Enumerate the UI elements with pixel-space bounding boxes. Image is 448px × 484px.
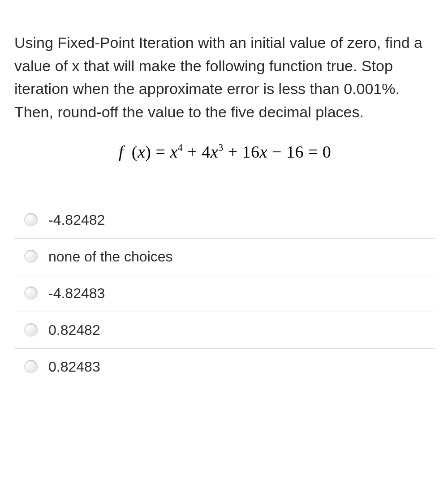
- plus-2: +: [228, 142, 242, 161]
- answer-row[interactable]: 0.82482: [14, 312, 435, 349]
- answer-label: 0.82482: [48, 322, 100, 338]
- radio-icon[interactable]: [24, 287, 38, 300]
- radio-icon[interactable]: [24, 213, 38, 227]
- close-paren: ): [145, 142, 151, 161]
- term2-var: x: [211, 142, 218, 161]
- term2-exp: 3: [218, 142, 224, 153]
- answer-list: -4.82482 none of the choices -4.82483 0.…: [14, 202, 435, 385]
- equation-var: x: [138, 142, 145, 161]
- answer-row[interactable]: 0.82483: [14, 349, 435, 385]
- term1-exp: 4: [178, 142, 183, 153]
- answer-label: -4.82483: [48, 285, 105, 302]
- radio-icon[interactable]: [24, 323, 38, 337]
- term3-var: x: [260, 142, 267, 161]
- plus-1: +: [187, 142, 202, 161]
- term4-const: 16: [286, 142, 304, 161]
- question-text: Using Fixed-Point Iteration with an init…: [14, 31, 435, 124]
- answer-row[interactable]: -4.82482: [14, 202, 435, 239]
- open-paren: (: [128, 142, 138, 161]
- term1-var: x: [170, 142, 177, 161]
- equation-fn: f: [119, 142, 124, 161]
- equation: f (x) = x4 + 4x3 + 16x − 16 = 0: [14, 142, 435, 162]
- radio-icon[interactable]: [24, 250, 38, 263]
- answer-label: -4.82482: [48, 212, 105, 228]
- rhs: 0: [323, 142, 332, 161]
- minus-1: −: [272, 142, 286, 161]
- equals-sign-2: =: [308, 142, 323, 161]
- answer-row[interactable]: -4.82483: [14, 275, 435, 312]
- radio-icon[interactable]: [24, 360, 38, 373]
- answer-label: none of the choices: [48, 248, 173, 265]
- answer-row[interactable]: none of the choices: [14, 239, 435, 275]
- equals-sign: =: [156, 142, 170, 161]
- answer-label: 0.82483: [48, 359, 100, 375]
- term2-coef: 4: [202, 142, 211, 161]
- term3-coef: 16: [242, 142, 260, 161]
